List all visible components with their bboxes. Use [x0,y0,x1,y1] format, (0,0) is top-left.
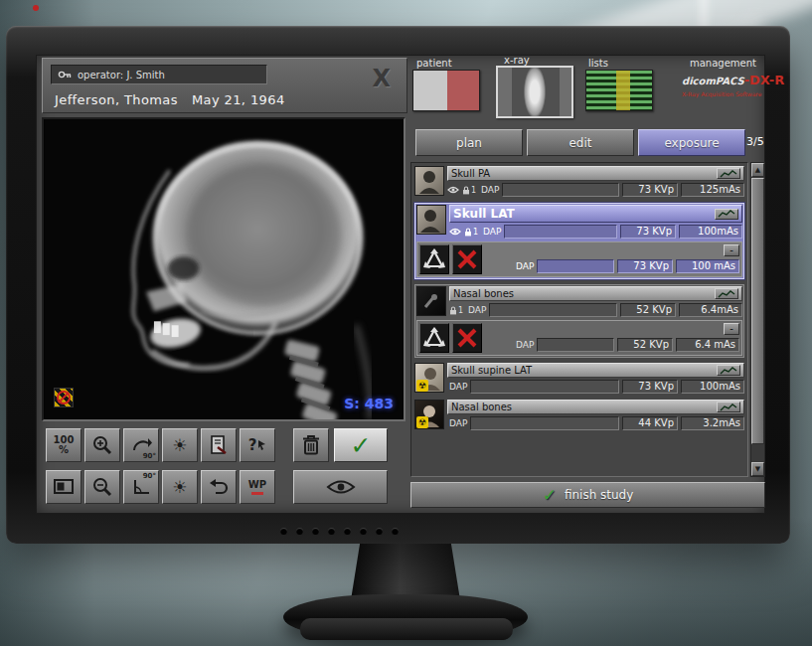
dap-value-field [504,225,617,239]
angle-90-button[interactable]: 90° [123,470,159,504]
brightness-button[interactable]: ☀ [162,428,198,462]
patient-name: Jefferson, Thomas [55,92,178,107]
dap-label: DAP [483,227,501,237]
exposure-thumbnail[interactable]: ☢ [414,400,444,429]
exposure-item-skull-supine-lat[interactable]: ☢ Skull supine LAT DAP [414,363,744,395]
kvp-field: 44 KVp [622,416,678,430]
exposure-title-bar[interactable]: Nasal bones [449,286,742,301]
exposure-title-bar[interactable]: Skull PA [447,166,744,181]
exposure-thumbnail[interactable] [416,205,446,235]
accept-image-button[interactable]: ✓ [334,428,388,462]
help-button[interactable]: ? [240,428,275,462]
grid-warning-icon [54,388,74,407]
exposure-thumbnail[interactable] [414,166,444,196]
app-window: operator: J. Smith Jefferson, Thomas May… [36,55,765,514]
exposure-thumbnail[interactable] [416,286,446,316]
tab-patient[interactable] [412,70,480,111]
kvp-field: 52 KVp [617,338,673,352]
exposure-title-bar[interactable]: Nasal bones [447,400,744,414]
exposure-title-bar[interactable]: Skull LAT [449,205,742,223]
tab-lists[interactable] [585,70,653,111]
exposure-item-nasal-bones-2[interactable]: ☢ Nasal bones DAP [414,400,744,431]
scroll-down-button[interactable]: ▼ [751,462,764,476]
exposure-title-bar[interactable]: Skull supine LAT [447,363,744,378]
dap-value-field [470,416,619,430]
exposure-list-scrollbar[interactable]: ▲ ▼ [750,162,765,477]
mas-field: 6.4 mAs [676,338,739,352]
collapse-button[interactable]: - [724,323,739,335]
exposure-item-skull-lat-selected[interactable]: Skull LAT [414,203,744,279]
key-icon [58,69,72,81]
undo-button[interactable] [201,470,237,504]
red-x-icon [456,327,478,349]
mas-field: 100mAs [681,380,744,394]
exposure-list: Skull PA 1 [410,162,748,477]
mas-field: 100 mAs [676,259,739,273]
lock-icon: 1 [449,306,463,315]
visibility-icon[interactable] [447,186,459,194]
exposure-thumbnail[interactable]: ☢ [414,363,444,393]
wp-marker-button[interactable]: WP [240,470,275,504]
scroll-up-button[interactable]: ▲ [751,163,764,177]
mas-field: 6.4mAs [679,303,742,317]
zoom-100-button[interactable]: 100 % [46,428,81,462]
exposure-item-nasal-bones[interactable]: Nasal bones 1 DAP [414,284,744,358]
recycle-bin-button[interactable] [419,323,449,353]
image-count: 1 [473,228,478,237]
exposure-item-skull-pa[interactable]: Skull PA 1 [414,166,744,198]
patient-birthdate: May 21, 1964 [192,92,285,107]
annotation-sheet-icon [209,434,229,456]
reject-image-button[interactable] [452,323,482,353]
window-level-button[interactable] [46,470,81,504]
exposure-counter: 3/5 [746,135,764,148]
visibility-icon[interactable] [449,228,461,236]
exposure-mode-button[interactable]: exposure [638,129,745,156]
contrast-button[interactable]: ☀ [162,470,198,504]
operator-label: operator: J. Smith [78,70,165,81]
monitor-control-buttons[interactable] [280,528,399,535]
dose-chart-button[interactable] [717,365,740,376]
radiation-badge: ☢ [416,380,428,392]
monitor-bezel: operator: J. Smith Jefferson, Thomas May… [6,26,790,544]
edit-mode-button[interactable]: edit [527,129,634,156]
scrollbar-thumb[interactable] [751,178,764,444]
dap-value-field [502,183,619,197]
dose-chart-button[interactable] [717,168,740,179]
rotate-90-button[interactable]: 90° [123,428,159,462]
angle-label: 90° [143,472,156,480]
xray-image-viewer[interactable]: S: 483 [42,117,406,421]
brand-tagline: X-Ray Acquisition Software [682,90,773,97]
lock-icon: 1 [462,186,476,195]
reject-image-button[interactable] [452,244,482,274]
finish-study-label: finish study [565,488,633,502]
background-indicator-light [33,5,39,11]
tab-xray-label: x-ray [504,55,530,66]
plan-mode-button[interactable]: plan [415,129,523,156]
recycle-icon [422,248,446,270]
tab-xray[interactable] [496,66,573,118]
zoom-out-button[interactable] [84,470,120,504]
red-x-icon [456,248,478,270]
view-image-button[interactable] [293,470,388,504]
annotation-button[interactable] [201,428,237,462]
exposure-title: Nasal bones [451,402,512,412]
dap-label: DAP [449,382,467,392]
zoom-in-button[interactable] [84,428,120,462]
kvp-field: 73 KVp [617,259,673,273]
dose-chart-button[interactable] [715,288,738,299]
dose-chart-button[interactable] [717,402,740,412]
dap-value-field [537,259,614,273]
kvp-field: 73 KVp [622,183,678,197]
undo-arrow-icon [208,477,230,497]
close-icon[interactable]: X [372,67,391,90]
eye-icon [325,478,357,496]
delete-image-button[interactable] [293,428,329,462]
dap-value-field [489,303,617,317]
recycle-bin-button[interactable] [419,244,449,274]
collapse-button[interactable]: - [724,244,739,256]
finish-study-button[interactable]: ✓ finish study [410,482,765,508]
dose-chart-button[interactable] [715,209,738,220]
dap-label: DAP [481,185,499,195]
check-icon: ✓ [543,485,557,505]
image-count: 1 [471,186,476,195]
